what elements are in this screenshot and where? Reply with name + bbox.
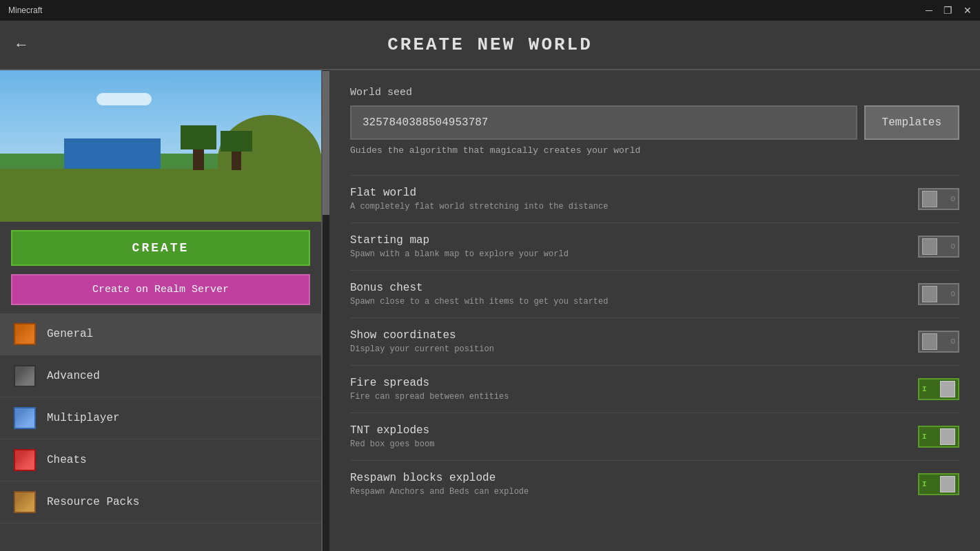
toggle-on-respawn-blocks[interactable]: I xyxy=(918,473,959,495)
toggle-info-fire-spreads: Fire spreads Fire can spread between ent… xyxy=(350,377,904,402)
close-button[interactable]: ✕ xyxy=(963,5,972,16)
body: CREATE Create on Realm Server General Ad… xyxy=(0,70,980,551)
toggle-switch-bonus-chest[interactable]: O xyxy=(918,283,959,305)
left-scrollbar[interactable] xyxy=(323,70,329,551)
preview-cloud xyxy=(96,93,152,105)
toggle-switch-show-coordinates[interactable]: O xyxy=(918,331,959,353)
app-name: Minecraft xyxy=(8,6,42,15)
toggle-knob xyxy=(922,286,937,302)
window-controls: ─ ❐ ✕ xyxy=(926,5,972,16)
resource-packs-icon xyxy=(14,491,36,513)
toggle-knob xyxy=(922,238,937,255)
world-seed-section: World seed Templates Guides the algorith… xyxy=(350,87,959,156)
scrollbar-thumb xyxy=(323,71,329,215)
toggle-row-flat-world: Flat world A completely flat world stret… xyxy=(350,175,959,222)
seed-row: Templates xyxy=(350,105,959,140)
toggle-info-starting-map: Starting map Spawn with a blank map to e… xyxy=(350,234,904,259)
toggle-title-starting-map: Starting map xyxy=(350,234,904,247)
sidebar-item-general[interactable]: General xyxy=(0,313,321,355)
toggle-knob xyxy=(940,476,955,492)
toggle-off-starting-map[interactable]: O xyxy=(918,236,959,258)
world-seed-label: World seed xyxy=(350,87,959,98)
toggle-info-bonus-chest: Bonus chest Spawn close to a chest with … xyxy=(350,282,904,306)
sidebar-item-label-advanced: Advanced xyxy=(47,370,100,382)
toggle-row-fire-spreads: Fire spreads Fire can spread between ent… xyxy=(350,365,959,413)
seed-description: Guides the algorithm that magically crea… xyxy=(350,145,959,156)
toggle-switch-tnt-explodes[interactable]: I xyxy=(918,426,959,448)
header: ← CREATE NEW WORLD xyxy=(0,21,980,70)
right-panel[interactable]: World seed Templates Guides the algorith… xyxy=(329,70,980,551)
toggle-knob xyxy=(922,333,937,350)
sidebar-item-label-resource: Resource Packs xyxy=(47,496,139,508)
app-container: ← CREATE NEW WORLD CREATE Create on Real… xyxy=(0,21,980,551)
toggle-switch-flat-world[interactable]: O xyxy=(918,188,959,210)
sidebar-item-label-general: General xyxy=(47,328,93,340)
page-title: CREATE NEW WORLD xyxy=(387,34,593,55)
toggle-off-bonus-chest[interactable]: O xyxy=(918,283,959,305)
toggle-desc-fire-spreads: Fire can spread between entities xyxy=(350,392,904,402)
general-icon xyxy=(14,323,36,345)
toggle-title-tnt-explodes: TNT explodes xyxy=(350,424,904,437)
restore-button[interactable]: ❐ xyxy=(943,5,952,16)
advanced-icon xyxy=(14,365,36,387)
toggle-switch-fire-spreads[interactable]: I xyxy=(918,378,959,400)
sidebar-item-multiplayer[interactable]: Multiplayer xyxy=(0,397,321,439)
toggle-row-tnt-explodes: TNT explodes Red box goes boom I xyxy=(350,413,959,460)
toggle-desc-starting-map: Spawn with a blank map to explore your w… xyxy=(350,249,904,259)
toggle-knob xyxy=(922,191,937,207)
sidebar-item-label-multiplayer: Multiplayer xyxy=(47,412,120,424)
toggle-title-flat-world: Flat world xyxy=(350,187,904,199)
toggle-desc-flat-world: A completely flat world stretching into … xyxy=(350,202,904,211)
toggle-off-flat-world[interactable]: O xyxy=(918,188,959,210)
toggle-info-tnt-explodes: TNT explodes Red box goes boom xyxy=(350,424,904,449)
toggle-desc-bonus-chest: Spawn close to a chest with items to get… xyxy=(350,297,904,306)
toggle-title-fire-spreads: Fire spreads xyxy=(350,377,904,389)
realm-button[interactable]: Create on Realm Server xyxy=(11,274,310,305)
create-button[interactable]: CREATE xyxy=(11,230,310,266)
sidebar-item-advanced[interactable]: Advanced xyxy=(0,355,321,397)
multiplayer-icon xyxy=(14,407,36,429)
toggle-title-show-coordinates: Show coordinates xyxy=(350,329,904,342)
sidebar-item-cheats[interactable]: Cheats xyxy=(0,439,321,481)
back-button[interactable]: ← xyxy=(14,36,29,54)
preview-tree2 xyxy=(232,146,241,170)
title-bar: Minecraft ─ ❐ ✕ xyxy=(0,0,980,21)
minimize-button[interactable]: ─ xyxy=(926,5,932,16)
toggle-knob xyxy=(940,381,955,397)
toggle-on-tnt-explodes[interactable]: I xyxy=(918,426,959,448)
toggle-title-respawn-blocks: Respawn blocks explode xyxy=(350,472,904,484)
sidebar-item-label-cheats: Cheats xyxy=(47,454,87,466)
cheats-icon xyxy=(14,449,36,471)
toggle-title-bonus-chest: Bonus chest xyxy=(350,282,904,294)
toggle-info-respawn-blocks: Respawn blocks explode Respawn Anchors a… xyxy=(350,472,904,497)
toggle-knob xyxy=(940,428,955,445)
toggle-info-flat-world: Flat world A completely flat world stret… xyxy=(350,187,904,211)
sidebar-item-resource-packs[interactable]: Resource Packs xyxy=(0,481,321,523)
toggle-desc-show-coordinates: Display your current position xyxy=(350,344,904,354)
toggle-row-show-coordinates: Show coordinates Display your current po… xyxy=(350,318,959,365)
world-preview xyxy=(0,70,321,222)
toggle-switch-respawn-blocks[interactable]: I xyxy=(918,473,959,495)
templates-button[interactable]: Templates xyxy=(864,105,959,140)
preview-ground xyxy=(0,169,321,222)
toggle-desc-respawn-blocks: Respawn Anchors and Beds can explode xyxy=(350,487,904,497)
toggle-switch-starting-map[interactable]: O xyxy=(918,236,959,258)
toggle-info-show-coordinates: Show coordinates Display your current po… xyxy=(350,329,904,354)
seed-input[interactable] xyxy=(350,105,857,140)
toggle-row-bonus-chest: Bonus chest Spawn close to a chest with … xyxy=(350,270,959,318)
toggle-on-fire-spreads[interactable]: I xyxy=(918,378,959,400)
toggle-desc-tnt-explodes: Red box goes boom xyxy=(350,439,904,449)
preview-tree1 xyxy=(193,143,204,170)
toggle-off-show-coordinates[interactable]: O xyxy=(918,331,959,353)
nav-items: General Advanced Multiplayer Cheats Reso xyxy=(0,313,321,551)
left-panel: CREATE Create on Realm Server General Ad… xyxy=(0,70,323,551)
toggle-row-starting-map: Starting map Spawn with a blank map to e… xyxy=(350,222,959,270)
toggle-row-respawn-blocks: Respawn blocks explode Respawn Anchors a… xyxy=(350,460,959,508)
